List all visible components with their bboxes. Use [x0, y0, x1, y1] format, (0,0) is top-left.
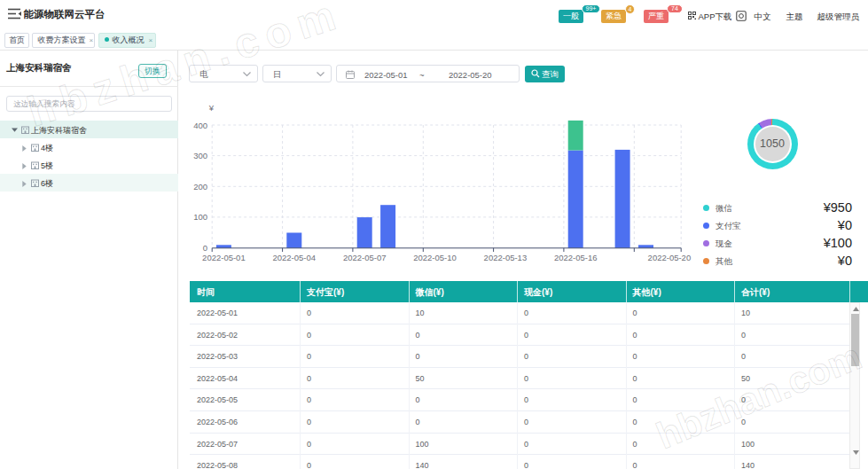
svg-text:2022-05-16: 2022-05-16: [554, 253, 598, 262]
svg-text:2022-05-10: 2022-05-10: [413, 253, 457, 262]
svg-text:100: 100: [193, 212, 207, 222]
svg-text:2022-05-04: 2022-05-04: [272, 253, 316, 262]
svg-text:400: 400: [193, 121, 207, 130]
svg-text:¥: ¥: [208, 103, 215, 113]
svg-text:2022-05-20: 2022-05-20: [648, 253, 692, 262]
svg-text:0: 0: [203, 243, 207, 253]
svg-text:2022-05-01: 2022-05-01: [202, 253, 246, 262]
svg-text:200: 200: [193, 182, 207, 192]
svg-text:300: 300: [193, 151, 207, 160]
svg-text:2022-05-07: 2022-05-07: [343, 253, 387, 262]
svg-text:2022-05-13: 2022-05-13: [484, 253, 528, 262]
